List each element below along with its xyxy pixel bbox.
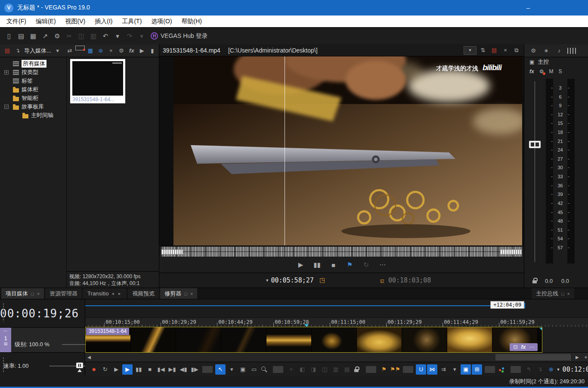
- open-project-button[interactable]: ▤: [15, 31, 27, 41]
- add-marker-button[interactable]: ⚑: [344, 260, 356, 270]
- go-to-end-button[interactable]: ▶▮: [167, 364, 177, 375]
- slip-button[interactable]: ▥: [331, 364, 341, 375]
- trimmer-cursor-line[interactable]: [285, 56, 285, 245]
- selection-tool-button[interactable]: ↖: [215, 364, 226, 375]
- media-fx-icon[interactable]: fx: [127, 46, 136, 56]
- tree-item[interactable]: 智能柜: [0, 94, 66, 102]
- panel-tab[interactable]: Transitio ◂ ▸: [83, 288, 127, 299]
- bus-solo-button[interactable]: S: [558, 68, 562, 74]
- menu-item[interactable]: 选项(O): [146, 16, 176, 27]
- auto-preview-icon[interactable]: ⇄: [65, 46, 74, 56]
- capture-video-icon[interactable]: [75, 46, 85, 50]
- get-photo-icon[interactable]: ▦: [86, 46, 95, 56]
- separator[interactable]: [511, 366, 521, 373]
- prev-frame-button[interactable]: ◀▮: [178, 364, 189, 375]
- preview-play-icon[interactable]: ▶: [137, 46, 147, 56]
- bus-fx-button[interactable]: fx: [529, 68, 534, 74]
- tab-scroll-arrows[interactable]: ◂ ▸: [111, 291, 122, 296]
- insert-bus-icon[interactable]: ∗: [542, 46, 551, 56]
- zoom-tool-button[interactable]: [260, 366, 270, 373]
- redo-button[interactable]: ↷: [124, 31, 135, 41]
- downmix-output-icon[interactable]: ♪: [554, 46, 564, 56]
- menu-item[interactable]: 视图(V): [61, 16, 90, 27]
- menu-item[interactable]: 插入(I): [90, 16, 117, 27]
- insert-region-button[interactable]: ⚑⚑: [390, 364, 400, 375]
- preview-stop-icon[interactable]: ▮: [148, 46, 157, 56]
- open-in-editor-button[interactable]: [498, 366, 508, 373]
- separator[interactable]: [202, 366, 213, 373]
- fader-lock-icon[interactable]: [531, 277, 538, 284]
- menu-item[interactable]: 编辑(E): [31, 16, 61, 27]
- tab-float-icon[interactable]: □: [561, 291, 564, 296]
- scroll-right-button[interactable]: ▶: [573, 353, 581, 362]
- project-media-list-icon[interactable]: ▤: [3, 46, 12, 56]
- volume-fader-track[interactable]: [535, 81, 535, 262]
- clip-crop-icon[interactable]: ⊡: [513, 344, 517, 350]
- paste-button[interactable]: ▥: [88, 31, 99, 41]
- zoom-in-button[interactable]: +: [581, 354, 588, 361]
- project-properties-button[interactable]: ⚙: [52, 31, 63, 41]
- save-project-button[interactable]: ▦: [28, 31, 39, 41]
- loop-button[interactable]: ↻: [361, 260, 372, 270]
- clip-more-icon[interactable]: ⋯: [529, 344, 534, 350]
- menu-item[interactable]: 帮助(H): [177, 16, 207, 27]
- tree-item[interactable]: − 故事板库: [0, 102, 66, 111]
- render-as-button[interactable]: ↗: [40, 31, 51, 41]
- trim-start-button[interactable]: ◧: [297, 364, 307, 375]
- menu-item[interactable]: 工具(T): [117, 16, 146, 27]
- lock-envelopes-button[interactable]: ▣: [461, 364, 471, 375]
- clip-fx-icon[interactable]: fx: [521, 344, 526, 350]
- ripple-edit-button[interactable]: ⇉: [438, 364, 449, 375]
- grip-handle[interactable]: [3, 303, 4, 322]
- sort-icon[interactable]: ⇅: [478, 45, 488, 56]
- snap-button[interactable]: U: [416, 364, 426, 375]
- video-track-lane[interactable]: 391531548-1-64 ⊡ fx ⋯: [85, 327, 588, 353]
- new-project-button[interactable]: ▯: [3, 31, 15, 41]
- more-button[interactable]: ⋯: [377, 260, 388, 270]
- delete-button[interactable]: ×: [286, 364, 296, 375]
- video-scopes-button[interactable]: ↴: [535, 364, 545, 375]
- pause-button[interactable]: ▮▮: [133, 364, 144, 375]
- redo-dropdown[interactable]: ▾: [136, 31, 147, 41]
- tree-item[interactable]: 所有媒体: [0, 59, 66, 68]
- loop-playback-button[interactable]: ↻: [100, 364, 110, 375]
- separator[interactable]: [403, 366, 413, 373]
- split-button[interactable]: ◫: [319, 364, 330, 375]
- trimmer-video-area[interactable]: 才疏学浅的才浅 bilibili: [159, 56, 524, 245]
- import-dropdown[interactable]: ▾: [53, 46, 62, 56]
- rate-slider-handle[interactable]: [76, 363, 83, 368]
- trimmer-pause-button[interactable]: ▮▮: [312, 260, 323, 270]
- track-more-icon[interactable]: ⋯: [3, 329, 8, 333]
- separator[interactable]: [366, 366, 376, 373]
- go-to-start-button[interactable]: ▮◀: [156, 364, 166, 375]
- tab-close-icon[interactable]: ×: [567, 291, 570, 296]
- vegas-hub-login[interactable]: H VEGAS Hub 登录: [151, 32, 208, 40]
- download-media-icon[interactable]: ⊚: [96, 46, 105, 56]
- cut-button[interactable]: ✂: [64, 31, 75, 41]
- panel-tab[interactable]: 视频预览: [128, 288, 159, 299]
- trimmer-play-button[interactable]: ▶: [295, 260, 306, 270]
- separator[interactable]: [485, 366, 495, 373]
- auto-crossfade-button[interactable]: ⋈: [427, 364, 437, 375]
- tab-float-icon[interactable]: □: [184, 291, 187, 296]
- history-dropdown[interactable]: ▾: [464, 46, 477, 55]
- clip-fx-buttons[interactable]: ⊡ fx ⋯: [510, 343, 538, 351]
- import-media-button[interactable]: 导入媒体...: [24, 47, 51, 55]
- trim-end-button[interactable]: ◨: [308, 364, 319, 375]
- media-properties-icon[interactable]: ⚙: [117, 46, 126, 56]
- play-button[interactable]: ▶: [122, 364, 133, 375]
- minimize-button[interactable]: –: [522, 2, 535, 13]
- tab-close-icon[interactable]: ×: [190, 291, 193, 296]
- channel-faders-icon[interactable]: [567, 48, 577, 54]
- remove-media-icon[interactable]: ×: [106, 46, 116, 56]
- ripple-dropdown[interactable]: ▾: [449, 364, 460, 375]
- trimmer-stop-button[interactable]: ■: [328, 260, 339, 270]
- tab-close-icon[interactable]: ×: [37, 291, 40, 296]
- trimmer-audio-waveform[interactable]: [159, 245, 524, 257]
- add-tool-button[interactable]: ⊕: [546, 364, 556, 375]
- frame-count-icon[interactable]: ◳: [319, 276, 325, 283]
- envelope-tool-button[interactable]: ▣: [238, 364, 248, 375]
- ignore-grouping-button[interactable]: ⊞: [472, 364, 482, 375]
- tree-item[interactable]: 媒体柜: [0, 85, 66, 94]
- lock-button[interactable]: [353, 366, 363, 373]
